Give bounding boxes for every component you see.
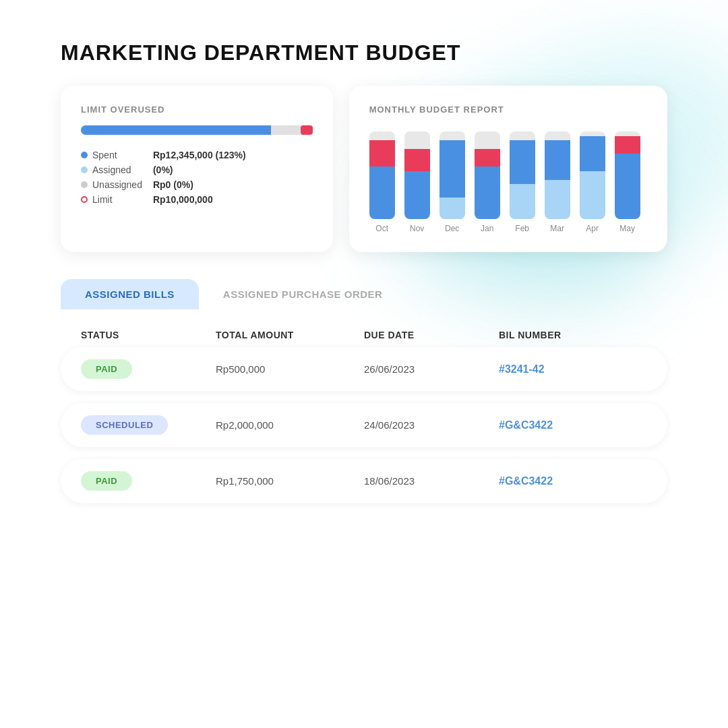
chart-bar-label: May — [619, 224, 635, 233]
chart-bar-wrap — [475, 131, 500, 219]
bar-segment-red — [615, 136, 640, 154]
cell-bill-number: #3241-42 — [499, 363, 647, 375]
bar-segment-red — [475, 149, 500, 166]
legend-limit-key: Limit — [81, 194, 142, 205]
monthly-budget-card: MONTHLY BUDGET REPORT OctNovDecJanFebMar… — [349, 86, 667, 252]
col-header-due-date: DUE DATE — [364, 330, 499, 340]
bar-segment-blue — [369, 166, 395, 219]
bar-segment-blue — [615, 154, 640, 220]
legend-value-assigned: (0%) — [153, 164, 313, 175]
chart-bar-wrap — [580, 131, 605, 219]
limit-overused-card: LIMIT OVERUSED Spent Rp12,345,000 (123%)… — [61, 86, 333, 252]
limit-card-label: LIMIT OVERUSED — [81, 104, 313, 115]
progress-limit-marker — [301, 125, 313, 135]
cell-due-date: 26/06/2023 — [364, 363, 499, 375]
cell-amount: Rp1,750,000 — [216, 475, 364, 487]
tab-assigned-bills[interactable]: ASSIGNED BILLS — [61, 279, 199, 309]
cell-status: PAID — [81, 471, 216, 491]
tabs-row: ASSIGNED BILLS ASSIGNED PURCHASE ORDER — [61, 279, 667, 309]
tab-assigned-po[interactable]: ASSIGNED PURCHASE ORDER — [199, 279, 407, 309]
bar-segment-blue — [439, 140, 465, 198]
table-body: PAID Rp500,000 26/06/2023 #3241-42 SCHED… — [61, 347, 667, 503]
legend-label-assigned: Assigned — [92, 164, 131, 175]
legend-spent-key: Spent — [81, 150, 142, 160]
table-row[interactable]: SCHEDULED Rp2,000,000 24/06/2023 #G&C342… — [61, 403, 667, 447]
table-header: STATUS TOTAL AMOUNT DUE DATE BIL NUMBER — [61, 330, 667, 340]
legend-label-spent: Spent — [92, 150, 117, 160]
status-badge-scheduled: SCHEDULED — [81, 415, 168, 435]
bar-segment-lightblue — [510, 184, 535, 219]
bar-segment-blue — [545, 140, 570, 180]
chart-bar-group: Mar — [545, 131, 570, 233]
chart-bar-wrap — [439, 131, 465, 219]
cell-amount: Rp2,000,000 — [216, 419, 364, 431]
chart-bar-group: Nov — [404, 131, 430, 233]
page-container: MARKETING DEPARTMENT BUDGET LIMIT OVERUS… — [0, 0, 728, 555]
cell-bill-number: #G&C3422 — [499, 475, 647, 487]
table-row[interactable]: PAID Rp1,750,000 18/06/2023 #G&C3422 — [61, 459, 667, 503]
bar-segment-red — [369, 140, 395, 166]
cell-status: PAID — [81, 359, 216, 379]
legend-dot-unassigned — [81, 181, 88, 188]
bar-chart: OctNovDecJanFebMarAprMay — [369, 125, 647, 233]
progress-fill — [81, 125, 271, 135]
legend-unassigned-key: Unassigned — [81, 179, 142, 190]
top-cards-row: LIMIT OVERUSED Spent Rp12,345,000 (123%)… — [61, 86, 667, 252]
cell-status: SCHEDULED — [81, 415, 216, 435]
legend-value-spent: Rp12,345,000 (123%) — [153, 150, 313, 160]
legend-dot-assigned — [81, 166, 88, 173]
bar-segment-lightblue — [439, 198, 465, 220]
chart-bar-label: Feb — [515, 224, 529, 233]
legend-dot-spent — [81, 152, 88, 158]
chart-bar-wrap — [615, 131, 640, 219]
chart-bar-label: Dec — [445, 224, 459, 233]
bar-segment-red — [404, 149, 430, 171]
chart-bar-group: Dec — [439, 131, 465, 233]
chart-bar-group: Oct — [369, 131, 395, 233]
page-title: MARKETING DEPARTMENT BUDGET — [61, 40, 667, 65]
bar-segment-blue — [404, 171, 430, 220]
status-badge-paid: PAID — [81, 471, 132, 491]
cell-amount: Rp500,000 — [216, 363, 364, 375]
chart-bar-wrap — [545, 131, 570, 219]
chart-bar-label: Oct — [375, 224, 388, 233]
bar-segment-blue — [580, 136, 605, 171]
chart-bar-wrap — [404, 131, 430, 219]
chart-bar-group: May — [615, 131, 640, 233]
legend-value-limit: Rp10,000,000 — [153, 194, 313, 205]
status-badge-paid: PAID — [81, 359, 132, 379]
bar-segment-blue — [475, 166, 500, 219]
cell-due-date: 24/06/2023 — [364, 419, 499, 431]
chart-bar-wrap — [510, 131, 535, 219]
legend-dot-limit — [81, 196, 88, 203]
chart-bar-wrap — [369, 131, 395, 219]
legend: Spent Rp12,345,000 (123%) Assigned (0%) … — [81, 150, 313, 205]
col-header-bill-number: BIL NUMBER — [499, 330, 647, 340]
chart-bar-group: Jan — [475, 131, 500, 233]
table-row[interactable]: PAID Rp500,000 26/06/2023 #3241-42 — [61, 347, 667, 391]
legend-assigned-key: Assigned — [81, 164, 142, 175]
col-header-amount: TOTAL AMOUNT — [216, 330, 364, 340]
chart-bar-label: Jan — [481, 224, 493, 233]
legend-label-limit: Limit — [92, 194, 113, 205]
col-header-status: STATUS — [81, 330, 216, 340]
bar-segment-blue — [510, 140, 535, 184]
legend-label-unassigned: Unassigned — [92, 179, 142, 190]
bar-segment-lightblue — [545, 180, 570, 220]
chart-bar-group: Feb — [510, 131, 535, 233]
chart-bar-group: Apr — [580, 131, 605, 233]
bar-segment-lightblue — [580, 171, 605, 220]
legend-value-unassigned: Rp0 (0%) — [153, 179, 313, 190]
cell-due-date: 18/06/2023 — [364, 475, 499, 487]
chart-bar-label: Mar — [550, 224, 564, 233]
chart-bar-label: Apr — [586, 224, 599, 233]
monthly-card-label: MONTHLY BUDGET REPORT — [369, 104, 647, 115]
progress-bar — [81, 125, 313, 135]
cell-bill-number: #G&C3422 — [499, 419, 647, 431]
chart-bar-label: Nov — [410, 224, 424, 233]
